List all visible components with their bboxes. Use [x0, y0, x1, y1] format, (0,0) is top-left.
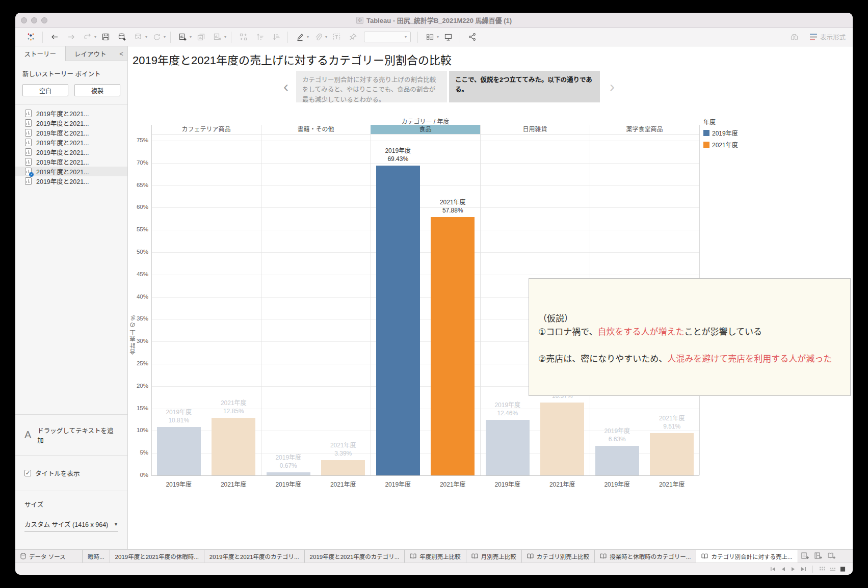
refresh-icon[interactable]: [151, 32, 162, 43]
gridline: [151, 141, 699, 141]
next-story-point-icon[interactable]: ›: [610, 71, 615, 102]
bar-label-value: 57.88%: [426, 206, 481, 215]
x-axis-tick-label: 2021年度: [206, 479, 261, 488]
sort-ascending-icon[interactable]: [254, 32, 265, 43]
tableau-logo-icon[interactable]: [25, 32, 36, 43]
highlight-caret-icon[interactable]: ▾: [307, 35, 309, 39]
story-point-item[interactable]: 2019年度と2021...: [15, 176, 127, 186]
y-axis-tick-label: 60%: [128, 204, 148, 210]
revert-icon[interactable]: [82, 32, 93, 43]
y-axis-tick-label: 15%: [128, 405, 148, 411]
tab-layout[interactable]: レイアウト: [66, 46, 116, 61]
bar-2019年度-カフェテリア商品[interactable]: [157, 427, 201, 475]
legend-item[interactable]: 2021年度: [703, 140, 749, 149]
story-point-item[interactable]: 2019年度と2021...: [15, 147, 127, 157]
sheet-tab[interactable]: 月別売上比較: [466, 550, 522, 563]
new-story-tab-icon[interactable]: [828, 552, 836, 560]
sheet-tab[interactable]: 2019年度と2021年度のカテゴリ...: [204, 550, 305, 563]
bar-2019年度-日用雑貨[interactable]: [486, 420, 530, 475]
sheet-tab[interactable]: 2019年度と2021年度の休暇時...: [110, 550, 204, 563]
category-header[interactable]: 日用雑貨: [480, 125, 590, 134]
fit-selector[interactable]: ▾: [364, 32, 411, 42]
clear-sheet-caret-icon[interactable]: ▾: [224, 35, 226, 39]
sheet-tab[interactable]: 2019年度と2021年度のカテゴリ...: [305, 550, 405, 563]
story-point-item[interactable]: 2019年度と2021...: [15, 118, 127, 128]
bar-2019年度-薬学食堂商品[interactable]: [595, 446, 639, 475]
filmstrip-view-icon[interactable]: [818, 566, 826, 573]
show-cards-icon[interactable]: [424, 32, 435, 43]
story-point-item[interactable]: 2019年度と2021...: [15, 138, 127, 147]
story-icon: [701, 553, 708, 559]
category-header[interactable]: 書籍・その他: [261, 125, 371, 134]
new-worksheet-tab-icon[interactable]: [801, 552, 809, 560]
attach-caret-icon[interactable]: ▾: [325, 35, 327, 39]
story-point-label: 2019年度と2021...: [36, 109, 89, 118]
new-worksheet-caret-icon[interactable]: ▾: [190, 35, 192, 39]
bar-2019年度-書籍・その他[interactable]: [267, 472, 310, 475]
blank-point-button[interactable]: 空白: [22, 84, 68, 96]
single-view-icon[interactable]: [838, 566, 847, 573]
bar-2021年度-食品[interactable]: [431, 217, 475, 475]
category-header[interactable]: 薬学食堂商品: [590, 125, 699, 134]
undo-icon[interactable]: [49, 32, 60, 43]
find-icon[interactable]: [789, 32, 800, 43]
bar-2021年度-カフェテリア商品[interactable]: [212, 418, 255, 475]
grid-view-icon[interactable]: [828, 566, 836, 573]
tab-story[interactable]: ストーリー: [15, 46, 66, 61]
refresh-caret-icon[interactable]: ▾: [164, 35, 166, 39]
category-header-highlighted[interactable]: 食品: [371, 125, 480, 134]
attach-icon[interactable]: [312, 32, 324, 43]
new-dashboard-tab-icon[interactable]: [814, 552, 823, 560]
story-caption-current[interactable]: ここで、仮説を2つ立ててみた。以下の通りである。: [449, 71, 600, 102]
legend-item[interactable]: 2019年度: [703, 128, 749, 137]
tableau-window: ✣ Tableau - 田尻_統計学B_2021M220 馬繰百優 (1) ▾ …: [15, 13, 853, 575]
bar-2019年度-食品[interactable]: [376, 166, 420, 475]
sheet-tab[interactable]: カテゴリ別合計に対する売上...: [696, 550, 798, 563]
story-point-item[interactable]: ✓2019年度と2021...: [15, 167, 127, 176]
first-story-point-icon[interactable]: [769, 566, 777, 573]
size-dropdown[interactable]: カスタム サイズ (1416 x 964) ▼: [24, 519, 118, 531]
drag-text-section[interactable]: A ドラッグしてテキストを追加: [15, 414, 127, 455]
show-cards-caret-icon[interactable]: ▾: [437, 35, 439, 39]
show-title-checkbox[interactable]: ✓: [24, 470, 31, 476]
datasource-caret-icon[interactable]: ▾: [145, 35, 147, 39]
sheet-tab[interactable]: 授業時と休暇時のカテゴリー...: [595, 550, 696, 563]
text-annotation-icon[interactable]: [331, 32, 342, 43]
prev-story-point-icon[interactable]: ‹: [283, 71, 288, 102]
bar-label-series: 2019年度: [371, 147, 426, 155]
size-caret-icon: ▼: [114, 522, 118, 527]
category-header[interactable]: カフェテリア商品: [151, 125, 261, 134]
clear-sheet-icon[interactable]: [212, 32, 223, 43]
bar-2021年度-日用雑貨[interactable]: [540, 403, 584, 475]
swap-axes-icon[interactable]: [238, 32, 249, 43]
story-point-item[interactable]: 2019年度と2021...: [15, 128, 127, 138]
bar-2021年度-薬学食堂商品[interactable]: [650, 433, 694, 475]
next-point-icon[interactable]: [789, 566, 797, 573]
new-datasource-icon[interactable]: [116, 32, 127, 43]
show-me-button[interactable]: 表示形式: [810, 32, 846, 42]
share-icon[interactable]: [466, 32, 478, 43]
bar-2021年度-書籍・その他[interactable]: [321, 460, 365, 475]
collapse-sidebar-icon[interactable]: <: [115, 46, 127, 61]
datasource-list-icon[interactable]: [133, 32, 144, 43]
sheet-tab[interactable]: 暇時...: [83, 550, 110, 563]
duplicate-sheet-icon[interactable]: [195, 32, 206, 43]
sort-descending-icon[interactable]: [270, 32, 281, 43]
redo-icon[interactable]: [65, 32, 76, 43]
prev-point-icon[interactable]: [779, 566, 787, 573]
story-point-item[interactable]: 2019年度と2021...: [15, 157, 127, 167]
hypothesis-annotation[interactable]: （仮説） ①コロナ禍で、自炊をする人が増えたことが影響している②売店は、密になり…: [529, 278, 851, 396]
last-story-point-icon[interactable]: [799, 566, 807, 573]
duplicate-point-button[interactable]: 複製: [74, 84, 120, 96]
story-caption-previous[interactable]: カテゴリー別合計に対する売り上げの割合比較をしてみると、やはりここでも、食品の割…: [296, 71, 447, 102]
sheet-tab[interactable]: カテゴリ別売上比較: [522, 550, 595, 563]
tab-datasource[interactable]: データ ソース: [15, 550, 83, 563]
save-icon[interactable]: [100, 32, 111, 43]
story-point-item[interactable]: 2019年度と2021...: [15, 109, 127, 118]
revert-caret-icon[interactable]: ▾: [94, 35, 96, 39]
presentation-mode-icon[interactable]: [442, 32, 454, 43]
highlight-icon[interactable]: [294, 32, 305, 43]
pin-icon[interactable]: [347, 32, 358, 43]
sheet-tab[interactable]: 年度別売上比較: [405, 550, 466, 563]
new-worksheet-icon[interactable]: [177, 32, 188, 43]
